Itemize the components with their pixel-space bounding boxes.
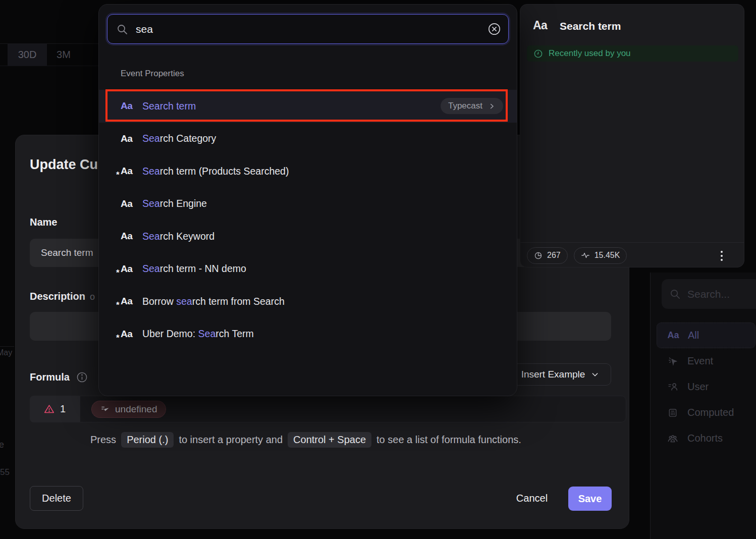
user-icon xyxy=(667,382,679,392)
property-detail-panel: Aa Search term Recently used by you 2671… xyxy=(520,4,744,267)
sidebar-search-input[interactable] xyxy=(687,288,748,300)
sidebar-item-label: User xyxy=(687,381,709,393)
custom-asterisk: * xyxy=(116,170,119,180)
activity-stat-pill[interactable]: 15.45K xyxy=(574,247,627,264)
stat-value: 15.45K xyxy=(595,251,620,260)
property-option-label: Search term - NN demo xyxy=(142,263,246,275)
property-option[interactable]: Aa*Search term (Products Searched) xyxy=(99,155,517,188)
chevron-right-icon xyxy=(488,102,496,110)
property-filter-sidebar: AaAllEventUserComputedCohorts xyxy=(650,273,756,539)
cohorts-icon xyxy=(667,433,679,444)
property-option[interactable]: AaSearch Category xyxy=(99,123,517,155)
property-option[interactable]: Aa*Borrow search term from Search xyxy=(99,285,517,318)
activity-icon xyxy=(581,251,590,260)
custom-property-type-icon: Aa* xyxy=(121,329,137,340)
pie-chart-stat-pill[interactable]: 267 xyxy=(527,247,568,264)
label-segment: Borrow xyxy=(142,296,176,307)
property-option-label: Search Engine xyxy=(142,198,207,209)
match-highlight: Sea xyxy=(142,166,160,177)
save-button[interactable]: Save xyxy=(568,487,612,511)
property-option-label: Borrow search term from Search xyxy=(142,296,285,307)
clock-icon xyxy=(533,49,543,59)
match-highlight: Sea xyxy=(142,133,160,144)
text-type-icon: Aa xyxy=(533,19,547,32)
sidebar-item-user[interactable]: User xyxy=(657,374,755,400)
optional-hint: o xyxy=(90,292,95,302)
formula-error-counter: 1 xyxy=(30,396,80,422)
tab-d[interactable]: D xyxy=(0,44,8,66)
sidebar-search-field[interactable] xyxy=(662,279,756,309)
property-option[interactable]: AaSearch termTypecast xyxy=(99,90,517,123)
typecast-label: Typecast xyxy=(448,101,482,111)
match-highlight: Sea xyxy=(142,231,160,242)
custom-property-type-icon: Aa* xyxy=(121,296,137,307)
modal-title: Update Cu xyxy=(30,157,98,173)
custom-asterisk: * xyxy=(116,268,119,278)
label-segment: rch term from Search xyxy=(192,296,285,307)
property-option-label: Uber Demo: Search Term xyxy=(142,328,254,340)
formula-label-row: Formula xyxy=(30,371,88,383)
sidebar-item-all[interactable]: AaAll xyxy=(657,322,755,348)
error-count: 1 xyxy=(60,403,66,415)
sidebar-item-label: Cohorts xyxy=(687,433,723,444)
name-label: Name xyxy=(30,217,57,228)
property-option-label: Search Keyword xyxy=(142,231,214,242)
tab-3m[interactable]: 3M xyxy=(47,44,80,66)
formula-label: Formula xyxy=(30,371,70,383)
sidebar-item-event[interactable]: Event xyxy=(657,348,755,374)
text-property-type-icon: Aa xyxy=(121,198,137,209)
more-options-button[interactable] xyxy=(716,247,728,264)
property-option-label: Search term (Products Searched) xyxy=(142,166,289,177)
section-label: Event Properties xyxy=(121,69,184,79)
chevron-down-icon xyxy=(591,370,599,379)
date-axis-fragment: May xyxy=(0,348,12,357)
label-segment: Uber Demo: xyxy=(142,328,198,339)
undefined-property-chip[interactable]: undefined xyxy=(91,401,166,418)
pie-chart-icon xyxy=(534,251,543,260)
kbd-control-space: Control + Space xyxy=(288,432,371,448)
text-property-type-icon: Aa xyxy=(121,231,137,242)
label-segment: rch Keyword xyxy=(160,231,214,242)
recently-used-banner: Recently used by you xyxy=(527,45,738,62)
label-segment: rch Term xyxy=(215,328,254,339)
description-label: Descriptiono xyxy=(30,291,95,302)
custom-property-type-icon: Aa* xyxy=(121,263,137,275)
label-segment: rch Category xyxy=(160,133,217,144)
property-option[interactable]: Aa*Uber Demo: Search Term xyxy=(99,318,517,351)
cancel-button[interactable]: Cancel xyxy=(502,486,562,511)
typecast-button[interactable]: Typecast xyxy=(441,98,503,114)
info-icon[interactable] xyxy=(76,371,88,383)
label-segment: rch term (Products Searched) xyxy=(160,166,289,177)
tab-30d[interactable]: 30D xyxy=(8,44,47,66)
label-segment: rch Engine xyxy=(160,198,207,209)
sidebar-item-label: All xyxy=(688,330,699,341)
property-stats-row: 26715.45K xyxy=(520,242,744,268)
formula-input[interactable]: undefined xyxy=(80,396,626,422)
event-property-icon xyxy=(100,404,110,414)
divider xyxy=(0,346,14,347)
insert-example-button[interactable]: Insert Example xyxy=(509,363,611,386)
property-option[interactable]: Aa*Search term - NN demo xyxy=(99,253,517,286)
property-search-input[interactable] xyxy=(136,23,488,35)
sidebar-item-label: Computed xyxy=(687,407,734,418)
sidebar-item-label: Event xyxy=(687,355,713,367)
delete-button[interactable]: Delete xyxy=(30,486,83,511)
property-option[interactable]: AaSearch Keyword xyxy=(99,220,517,253)
match-highlight: Sea xyxy=(142,263,160,274)
property-option-label: Search term xyxy=(142,100,196,112)
warning-icon xyxy=(44,404,55,414)
property-option[interactable]: AaSearch Engine xyxy=(99,188,517,221)
match-highlight: Sea xyxy=(142,198,160,209)
property-search-field[interactable] xyxy=(107,14,509,44)
text-property-type-icon: Aa xyxy=(121,100,137,112)
close-circle-icon xyxy=(488,22,501,36)
sidebar-item-computed[interactable]: Computed xyxy=(657,400,755,425)
custom-property-type-icon: Aa* xyxy=(121,166,137,177)
sidebar-item-cohorts[interactable]: Cohorts xyxy=(657,425,755,451)
app-root: D30D3M May e 55 Update Cu Name Descripti… xyxy=(0,0,756,539)
property-search-dropdown: Event Properties AaSearch termTypecastAa… xyxy=(98,4,517,396)
search-icon xyxy=(669,288,681,300)
label-segment: rch term - NN demo xyxy=(160,263,246,274)
type-aa-icon: Aa xyxy=(667,330,679,341)
clear-search-button[interactable] xyxy=(488,22,501,36)
